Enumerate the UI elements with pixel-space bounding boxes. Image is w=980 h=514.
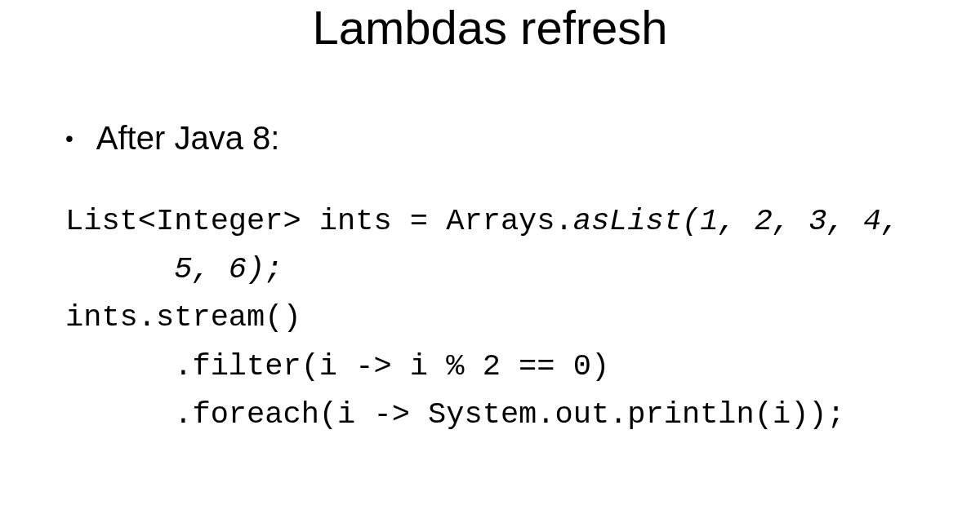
- code-line-1a: List<Integer> ints = Arrays.: [65, 204, 573, 238]
- bullet-text: After Java 8:: [96, 120, 280, 157]
- slide: Lambdas refresh • After Java 8: List<Int…: [0, 0, 980, 514]
- code-line-5: .foreach(i -> System.out.println(i));: [65, 397, 845, 432]
- code-line-4: .filter(i -> i % 2 == 0): [65, 349, 609, 383]
- code-line-3: ints.stream(): [65, 300, 301, 335]
- bullet-item: • After Java 8:: [65, 120, 915, 157]
- code-line-2: 5, 6);: [65, 252, 283, 286]
- bullet-dot-icon: •: [65, 127, 74, 150]
- slide-content: • After Java 8: List<Integer> ints = Arr…: [0, 55, 980, 439]
- slide-title: Lambdas refresh: [0, 0, 980, 55]
- code-block: List<Integer> ints = Arrays.asList(1, 2,…: [65, 197, 915, 439]
- code-line-1b: asList(1, 2, 3, 4,: [573, 204, 900, 238]
